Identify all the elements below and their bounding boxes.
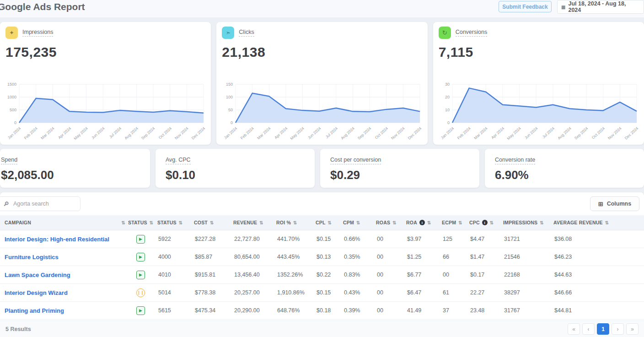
sort-icon[interactable]: ⇅ [210,220,214,225]
search-box[interactable]: 🔍︎ [0,196,80,211]
cell-cpl: $0.15 [316,289,343,296]
impressions-chart: 050010001500Jan 2024Feb 2024Mar 2024Apr … [2,81,209,144]
kpi-card-row: ✦ Impressions 175,235 050010001500Jan 20… [0,22,644,145]
campaign-link[interactable]: Furniture Logistics [0,254,128,261]
cell-revenue: 20,257.00 [233,289,276,296]
cell-avg_revenue: $46.23 [553,254,644,260]
sort-icon[interactable]: ⇅ [356,220,360,225]
page-button[interactable]: › [612,323,624,335]
svg-text:Jun 2024: Jun 2024 [523,126,538,140]
cell-cpl: $0.15 [316,236,343,242]
column-header-ecpm[interactable]: ECPM⇅ [442,220,469,225]
svg-text:Sep 2024: Sep 2024 [573,126,589,141]
column-header-campaign[interactable]: CAMPAIGN⇅ [0,220,128,225]
sort-icon[interactable]: ⇅ [150,220,154,225]
svg-text:20: 20 [445,95,450,99]
impressions-value: 175,235 [5,44,205,60]
svg-text:May 2024: May 2024 [73,126,89,141]
cell-cpc: $0.17 [469,272,503,278]
cell-ecpm: 37 [442,307,469,314]
sort-icon[interactable]: ⇅ [540,220,544,225]
cell-roi: 648.76% [276,307,316,314]
status-enabled-icon: ▶ [136,253,145,261]
campaign-link[interactable]: Interior Design: High-end Residential [0,236,128,243]
svg-text:Mar 2024: Mar 2024 [257,126,272,141]
cell-ecpm: 00 [442,272,469,278]
column-header-average-revenue[interactable]: AVERAGE REVENUE⇅ [553,220,644,225]
sort-icon[interactable]: ⇅ [458,220,462,225]
clicks-icon: ➣ [222,27,234,39]
page-button-active[interactable]: 1 [597,323,609,335]
cell-revenue: 80,654.00 [233,254,276,260]
sort-icon[interactable]: ⇅ [392,220,397,225]
svg-text:Mar 2024: Mar 2024 [473,126,488,141]
sort-icon[interactable]: ⇅ [490,220,494,225]
column-header-roas[interactable]: ROAS⇅ [376,220,406,225]
impressions-label: Impressions [22,29,53,37]
svg-text:500: 500 [10,108,16,112]
clicks-label: Clicks [239,29,254,37]
clicks-card: ➣ Clicks 21,138 050100150Jan 2024Feb 202… [216,22,427,145]
svg-text:Jun 2024: Jun 2024 [307,126,322,140]
svg-text:Jul 2024: Jul 2024 [108,126,123,139]
svg-text:Jan 2024: Jan 2024 [440,126,455,140]
sort-icon[interactable]: ⇅ [293,220,297,225]
sort-icon[interactable]: ⇅ [605,220,609,225]
svg-text:Jun 2024: Jun 2024 [91,126,106,140]
conversions-value: 7,115 [439,44,639,60]
cell-revenue: 13,456.40 [233,272,276,278]
sort-icon[interactable]: ⇅ [259,220,263,225]
svg-text:Feb 2024: Feb 2024 [23,126,39,141]
submit-feedback-button[interactable]: Submit Feedback [499,1,552,12]
cell-roas: 00 [376,254,406,260]
table-header-row: CAMPAIGN⇅STATUS⇅STATUS⇅COST⇅REVENUE⇅ROI … [0,215,644,230]
svg-text:Apr 2024: Apr 2024 [274,126,289,140]
page-button[interactable]: ‹ [582,323,595,335]
cell-roi: 1352.26% [276,272,316,278]
column-header-roa[interactable]: ROAi⇅ [406,220,442,225]
sort-icon[interactable]: ⇅ [121,220,125,225]
column-header-impressions[interactable]: IMPRESSIONS⇅ [503,220,553,225]
svg-text:Nov 2024: Nov 2024 [607,126,623,141]
cell-roi: 1,910.86% [276,289,316,296]
cell-cpc: 23.48 [469,307,503,314]
spend-label: Spend [1,157,17,164]
campaign-link[interactable]: Lawn Space Gardening [0,272,128,278]
campaign-link[interactable]: Planting and Priming [0,307,128,314]
columns-button-label: Columns [607,201,631,207]
page-button[interactable]: » [626,323,639,335]
column-header-roi-[interactable]: ROI %⇅ [276,220,316,225]
sort-icon[interactable]: ⇅ [328,220,332,225]
svg-text:1500: 1500 [7,82,16,87]
column-header-revenue[interactable]: REVENUE⇅ [233,220,276,225]
column-header-status[interactable]: STATUS⇅ [157,220,194,225]
cell-impressions: 31767 [503,307,553,314]
cell-impressions: 31721 [503,236,553,242]
column-header-label: AVERAGE REVENUE [553,220,603,225]
column-header-cpl[interactable]: CPL⇅ [316,220,343,225]
info-icon[interactable]: i [419,220,425,225]
sort-icon[interactable]: ⇅ [179,220,183,225]
column-header-status[interactable]: STATUS⇅ [128,220,157,225]
avg-cpc-label: Avg. CPC [166,157,191,164]
table-footer: 5 Results «‹1›» [0,321,644,337]
page-button[interactable]: « [568,323,580,335]
date-range-picker[interactable]: ▦ Jul 18, 2024 - Aug 18, 2024 [557,0,644,14]
cell-avg_revenue: $36.08 [553,236,644,242]
column-header-cost[interactable]: COST⇅ [194,220,233,225]
column-header-label: CPC [469,220,480,225]
search-input[interactable] [13,201,76,207]
cell-cpl: $0.18 [316,307,343,314]
column-header-cpm[interactable]: CPM⇅ [343,220,376,225]
svg-text:150: 150 [226,82,233,87]
svg-text:Oct 2024: Oct 2024 [590,126,606,140]
column-header-cpc[interactable]: CPCi⇅ [469,220,503,225]
sort-icon[interactable]: ⇅ [427,220,431,225]
cell-roa: $3.97 [406,236,442,242]
columns-button[interactable]: ⊞ Columns [590,196,639,211]
svg-text:Oct 2024: Oct 2024 [158,126,173,140]
campaign-link[interactable]: Interior Design Wizard [0,289,128,296]
svg-text:Oct 2024: Oct 2024 [374,126,389,140]
info-icon[interactable]: i [482,220,488,225]
cell-roas: 00 [376,289,406,296]
